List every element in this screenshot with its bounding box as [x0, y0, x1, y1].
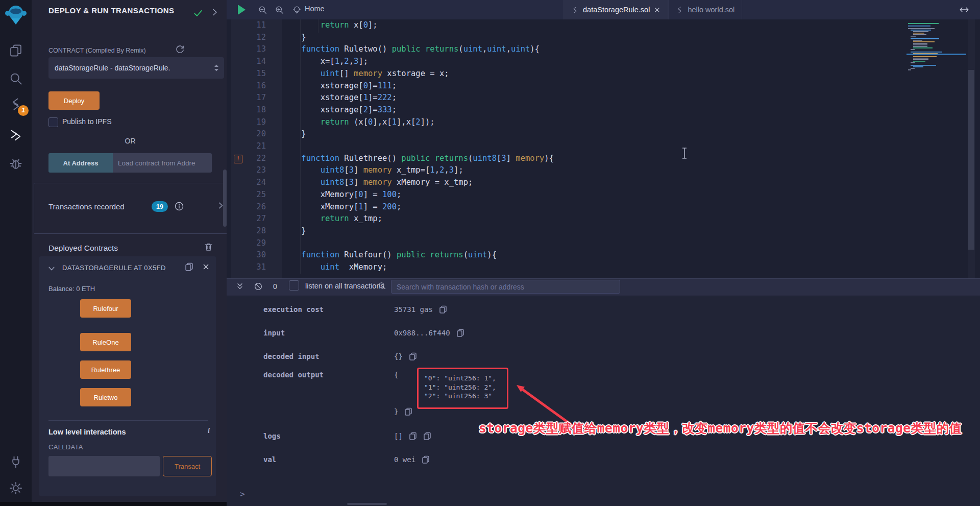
- deployed-contracts-label: Deployed Contracts: [48, 244, 118, 253]
- run-script-play-icon[interactable]: [238, 5, 246, 15]
- settings-gear-icon[interactable]: [9, 481, 23, 495]
- zoom-in-icon[interactable]: [275, 5, 284, 15]
- decoded-output-close-row: }: [394, 407, 412, 416]
- deploy-and-run-icon[interactable]: [9, 128, 23, 142]
- instance-title[interactable]: DATASTORAGERULE AT 0X5FD: [62, 264, 166, 272]
- instance-chevron-down-icon[interactable]: [47, 264, 56, 273]
- copy-icon[interactable]: [404, 407, 412, 416]
- debugger-icon[interactable]: [9, 156, 23, 171]
- line-number[interactable]: 26: [231, 201, 266, 213]
- minimap-selection-line: [906, 54, 966, 55]
- code-line-26[interactable]: 26 xMemory[1] = 200;: [231, 201, 401, 213]
- instance-copy-icon[interactable]: [185, 262, 193, 271]
- line-number[interactable]: 19: [231, 116, 266, 129]
- copy-icon[interactable]: [423, 432, 431, 440]
- text-cursor-ibeam: [681, 147, 688, 159]
- method-button-ruleone[interactable]: RuleOne: [80, 333, 131, 351]
- code-line-17[interactable]: 17 xstorage[1]=222;: [231, 92, 397, 104]
- publish-ipfs-checkbox[interactable]: [48, 117, 58, 127]
- terminal-hscrollbar[interactable]: [347, 503, 387, 505]
- editor-minimap[interactable]: [906, 22, 966, 71]
- line-number[interactable]: 24: [231, 177, 266, 189]
- file-explorer-icon[interactable]: [9, 43, 23, 58]
- low-level-info-icon[interactable]: i: [208, 427, 210, 435]
- editor-scrollbar-thumb[interactable]: [968, 70, 974, 250]
- panel-collapse-chevron-icon[interactable]: [210, 8, 219, 17]
- line-number[interactable]: 28: [231, 225, 266, 237]
- at-address-button[interactable]: At Address: [48, 153, 113, 173]
- code-line-18[interactable]: 18 xstorage[2]=333;: [231, 104, 397, 116]
- code-line-12[interactable]: 12 }: [231, 32, 306, 44]
- plugin-manager-icon[interactable]: [9, 455, 23, 469]
- code-line-19[interactable]: 19 return (x[0],x[1],x[2]);: [231, 116, 435, 129]
- remix-logo-icon[interactable]: [5, 3, 27, 26]
- code-line-28[interactable]: 28 }: [231, 225, 306, 237]
- copy-icon[interactable]: [439, 305, 447, 314]
- line-number[interactable]: 15: [231, 68, 266, 80]
- tab-dataStorageRule-sol[interactable]: dataStorageRule.sol: [564, 0, 668, 19]
- copy-icon[interactable]: [456, 329, 464, 337]
- line-number[interactable]: 23: [231, 164, 266, 177]
- code-line-21[interactable]: 21: [231, 140, 282, 153]
- line-number[interactable]: 31: [231, 261, 266, 274]
- terminal-expand-chevrons-icon[interactable]: [236, 282, 244, 291]
- line-number[interactable]: 25: [231, 189, 266, 201]
- trash-icon[interactable]: [204, 242, 213, 252]
- line-number[interactable]: 12: [231, 32, 266, 44]
- copy-icon[interactable]: [409, 432, 417, 440]
- code-line-15[interactable]: 15 uint[] memory xstorage = x;: [231, 68, 449, 80]
- code-line-27[interactable]: 27 return x_tmp;: [231, 213, 382, 225]
- refresh-icon[interactable]: [175, 45, 185, 55]
- copy-icon[interactable]: [422, 455, 430, 464]
- line-number[interactable]: 11: [231, 19, 266, 32]
- panel-scrollbar[interactable]: [223, 170, 227, 227]
- copy-icon[interactable]: [409, 352, 417, 360]
- deploy-run-panel: DEPLOY & RUN TRANSACTIONS CONTRACT (Comp…: [32, 0, 227, 506]
- code-line-16[interactable]: 16 xstorage[0]=111;: [231, 80, 397, 92]
- code-line-23[interactable]: 23 uint8[3] memory x_tmp=[1,2,3];: [231, 164, 463, 177]
- code-line-24[interactable]: 24 uint8[3] memory xMemory = x_tmp;: [231, 177, 473, 189]
- swap-panel-arrows-icon[interactable]: [959, 5, 970, 14]
- method-button-rulethree[interactable]: Rulethree: [80, 360, 131, 379]
- code-line-11[interactable]: 11 return x[0];: [231, 19, 378, 32]
- at-address-input[interactable]: [113, 153, 212, 173]
- line-number[interactable]: 30: [231, 249, 266, 261]
- contract-select[interactable]: dataStorageRule - dataStorageRule.: [48, 57, 224, 79]
- line-number[interactable]: 27: [231, 213, 266, 225]
- code-line-14[interactable]: 14 x=[1,2,3];: [231, 56, 368, 68]
- line-number[interactable]: 18: [231, 104, 266, 116]
- instance-close-icon[interactable]: [202, 263, 210, 271]
- zoom-out-icon[interactable]: [258, 5, 267, 15]
- listen-all-checkbox[interactable]: [289, 280, 299, 291]
- terminal-prompt[interactable]: >: [240, 489, 245, 499]
- activity-bar: 1: [0, 0, 32, 506]
- search-icon[interactable]: [9, 71, 23, 86]
- code-line-29[interactable]: 29: [231, 237, 282, 250]
- line-number[interactable]: 13: [231, 43, 266, 56]
- method-button-rulefour[interactable]: Rulefour: [80, 299, 131, 318]
- code-line-20[interactable]: 20 }: [231, 128, 306, 140]
- code-line-25[interactable]: 25 xMemory[0] = 100;: [231, 189, 401, 201]
- line-number[interactable]: 17: [231, 92, 266, 104]
- deploy-button[interactable]: Deploy: [48, 91, 100, 110]
- line-number[interactable]: 21: [231, 140, 266, 153]
- transact-button[interactable]: Transact: [163, 456, 212, 476]
- terminal-search-input[interactable]: [391, 280, 620, 294]
- method-button-ruletwo[interactable]: Ruletwo: [80, 388, 131, 406]
- line-number[interactable]: 29: [231, 237, 266, 250]
- clear-terminal-ban-icon[interactable]: [254, 282, 263, 291]
- info-icon[interactable]: [174, 201, 184, 211]
- code-line-13[interactable]: 13 function Ruletwo() public returns(uin…: [231, 43, 540, 56]
- code-line-31[interactable]: 31 uint xMemory;: [231, 261, 387, 274]
- code-line-22[interactable]: 22 function Rulethree() public returns(u…: [231, 153, 554, 165]
- tab-hello-world-sol[interactable]: hello world.sol: [668, 0, 742, 19]
- tab-close-icon[interactable]: [654, 7, 660, 13]
- calldata-input[interactable]: [48, 456, 160, 476]
- warning-line-icon[interactable]: !: [234, 155, 242, 163]
- line-number[interactable]: 20: [231, 128, 266, 140]
- line-number[interactable]: 14: [231, 56, 266, 68]
- code-line-30[interactable]: 30 function Rulefour() public returns(ui…: [231, 249, 497, 261]
- line-number[interactable]: 16: [231, 80, 266, 92]
- row-value: 35731 gas: [394, 305, 433, 314]
- tab-home[interactable]: Home: [305, 5, 325, 13]
